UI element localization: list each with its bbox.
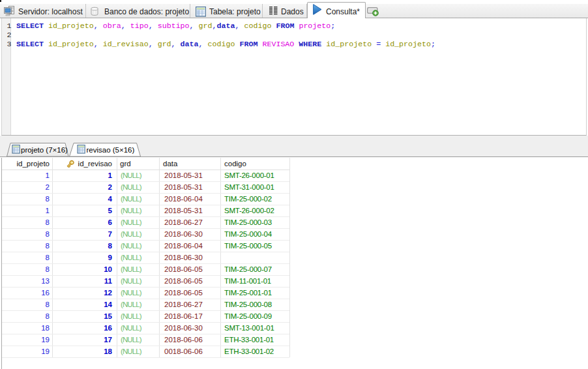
svg-text:revisao (5×16): revisao (5×16) bbox=[87, 146, 135, 154]
svg-text:projeto (7×16): projeto (7×16) bbox=[21, 146, 68, 154]
